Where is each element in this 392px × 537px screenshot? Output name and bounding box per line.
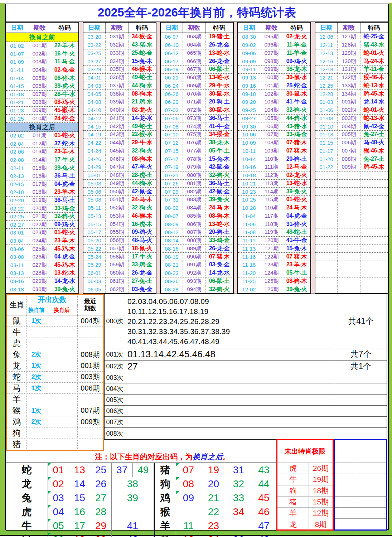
- date-cell: 07-21: [161, 171, 183, 179]
- empty-grid-cell: [335, 463, 356, 474]
- period-cell: 051期: [106, 196, 129, 204]
- period-cell: 094期: [183, 285, 206, 293]
- table-row: 03-27034期15-兔-木: [83, 57, 156, 66]
- empty-grid-cell: [356, 497, 386, 507]
- date-cell: 01-11: [6, 66, 28, 74]
- date-cell: 02-20: [6, 197, 28, 204]
- mapping-number-cell: 49: [133, 463, 154, 477]
- empty-grid-row: [335, 497, 386, 508]
- limit-row: 牛19期: [277, 474, 333, 485]
- mapping-number-cell: 03: [48, 491, 69, 505]
- mapping-number-cell: 11: [176, 519, 201, 533]
- table-row: 09-30106期43-猪-水: [238, 122, 310, 131]
- period-cell: 101期: [260, 82, 283, 90]
- period-cell: 127期: [338, 33, 360, 41]
- period-cell: 009期: [338, 163, 360, 171]
- special-code-cell: 44-狗-水: [129, 82, 155, 90]
- table-row: 11-13121期15-兔-木: [238, 245, 310, 253]
- frequency-numbers: 02.03.04.05.06.07.08.09 10.11.12.15.16.1…: [125, 294, 335, 348]
- period-cell: 129期: [338, 49, 360, 57]
- period-cell: 004期: [338, 122, 360, 130]
- special-code-cell: 41-牛-金: [206, 122, 233, 130]
- frequency-numbers: [125, 372, 335, 383]
- mapping-number-cell: 06: [48, 533, 69, 537]
- mapping-number-cell: 19: [201, 463, 226, 477]
- mapping-row: 虎041628猴223446: [6, 505, 276, 519]
- stats-recent-period: 009期: [78, 416, 103, 427]
- special-code-cell: 41-牛-金: [283, 98, 310, 106]
- table-row: 02-20019期36-马-土: [6, 197, 78, 205]
- limit-periods: 8期: [309, 519, 333, 530]
- mapping-number-cell: 28: [90, 505, 111, 519]
- date-cell: 01-10: [315, 122, 338, 130]
- date-cell: 08-23: [161, 269, 183, 277]
- table-separator: [311, 22, 315, 294]
- special-code-cell: 07-猪-木: [283, 147, 310, 155]
- limit-row: 虎26期: [277, 463, 333, 474]
- table-row: 01-21008期08-鸡-火: [6, 98, 78, 107]
- date-cell: 07-17: [161, 155, 183, 163]
- period-cell: 081期: [183, 180, 206, 188]
- table-row: 04-05038期08-狗-木: [83, 90, 156, 98]
- empty-grid-cell: [356, 440, 386, 463]
- special-code-cell: 17-牛-火: [51, 156, 78, 164]
- stats-after-count: [46, 394, 78, 405]
- table-row: 08-16089期26-龙-金: [161, 245, 233, 253]
- date-cell: 01-21: [6, 98, 28, 106]
- date-cell: [315, 212, 338, 220]
- special-code-cell: 15-兔-木: [283, 245, 310, 253]
- date-cell: 06-24: [161, 82, 183, 90]
- table-row: 02-06013期23-羊-木: [6, 148, 78, 156]
- special-code-table: 日期期数特码06-07063期19-猪-土06-10064期26-龙-金06-1…: [160, 22, 233, 294]
- frequency-label: 007次: [105, 417, 125, 428]
- mapping-row: 牛05172941羊112347: [6, 519, 276, 533]
- period-cell: 118期: [260, 220, 283, 228]
- date-cell: 01-14: [6, 74, 28, 82]
- period-cell: 047期: [106, 163, 129, 171]
- date-cell: 08-07: [161, 212, 183, 220]
- table-rows: 12-06127期蛇-25-金12-11128期猪-43-水12-13129期蛇…: [315, 33, 388, 293]
- frequency-total: 共1个: [335, 361, 387, 372]
- mapping-number-cell: 47: [251, 519, 276, 533]
- limit-zodiac: 牛: [277, 474, 309, 485]
- table-row: 04-26046期08-狗-木: [83, 155, 156, 163]
- date-cell: 04-22: [83, 139, 106, 147]
- mapping-number-cell: [112, 505, 154, 519]
- special-code-cell: 07-猪-木: [206, 253, 233, 261]
- mapping-number-cell: 43: [251, 463, 276, 477]
- date-cell: [315, 261, 338, 269]
- table-row: [315, 171, 388, 180]
- special-code-cell: 龙-14-水: [360, 98, 387, 106]
- period-cell: 114期: [260, 188, 283, 195]
- mapping-number-cell: 34: [226, 505, 251, 519]
- date-cell: 04-29: [83, 163, 106, 171]
- date-cell: 04-01: [83, 74, 106, 82]
- mapping-number-cell: 14: [69, 477, 90, 491]
- table-row: 09-13100期30-鼠-水: [238, 74, 310, 82]
- table-row: 02-25021期32-狗-火: [6, 213, 78, 221]
- special-code-cell: 08-狗-木: [206, 212, 233, 220]
- stats-zodiac-cell: 鸡: [7, 416, 27, 427]
- date-cell: 07-29: [161, 188, 183, 195]
- date-cell: 07-08: [161, 122, 183, 130]
- frequency-numbers: [125, 417, 335, 428]
- period-cell: 009期: [28, 107, 51, 115]
- period-cell: 029期: [28, 277, 51, 285]
- phase-banner-before: 换肖之前: [6, 33, 78, 42]
- table-row: 01-09003期11-马-金: [6, 58, 78, 66]
- date-cell: 01-03: [315, 98, 338, 106]
- frequency-label: 005次: [105, 395, 125, 406]
- empty-grid-row: [335, 474, 386, 485]
- period-cell: 027期: [28, 261, 51, 269]
- table-row: 03-04024期23-羊-木: [6, 237, 78, 245]
- date-cell: 11-04: [238, 212, 260, 220]
- note-prefix: 注：以下生肖的对应出码，为: [95, 453, 193, 461]
- table-row: 07-15077期05-牛-土: [161, 147, 233, 155]
- phase-banner-after: 换肖之后: [6, 123, 78, 132]
- period-cell: 005期: [28, 74, 51, 82]
- table-row: 01-15006期39-虎-火: [6, 82, 78, 91]
- empty-grid-row: [335, 463, 386, 474]
- date-cell: 10-28: [238, 204, 260, 212]
- special-code-cell: 14-龙-水: [206, 269, 233, 277]
- table-row: 09-02096期11-羊-金: [238, 41, 310, 49]
